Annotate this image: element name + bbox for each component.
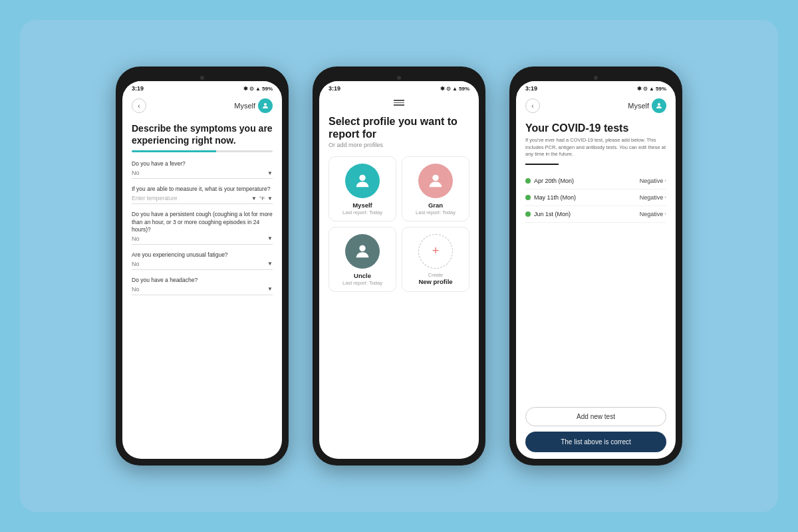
notch-symptoms bbox=[122, 73, 282, 81]
phone-symptoms: 3:19 ✱ ⊙ ▲ 59% ‹ Myself Describe th bbox=[116, 66, 289, 466]
test-date-3: Jun 1st (Mon) bbox=[534, 211, 571, 217]
camera-dot-3 bbox=[594, 76, 598, 80]
profiles-title: Select profile you want to report for bbox=[329, 115, 469, 140]
status-icons-1: ✱ ⊙ ▲ 59% bbox=[243, 86, 273, 92]
question-fever: Do you have a fever? No ▼ bbox=[132, 160, 273, 179]
dropdown-arrow-fever: ▼ bbox=[267, 170, 273, 176]
test-left-3: Jun 1st (Mon) bbox=[525, 211, 571, 217]
wifi-icon-2: ⊙ bbox=[446, 86, 451, 92]
profile-card-myself[interactable]: Myself Last report: Today bbox=[329, 156, 396, 221]
dropdown-arrow-headache: ▼ bbox=[267, 286, 273, 292]
test-item-2[interactable]: May 11th (Mon) Negative › bbox=[525, 190, 666, 206]
camera-dot-1 bbox=[200, 76, 204, 80]
test-item-1[interactable]: Apr 20th (Mon) Negative › bbox=[525, 173, 666, 190]
test-right-3: Negative › bbox=[640, 211, 666, 217]
question-cough-text: Do you have a persistent cough (coughing… bbox=[132, 211, 273, 233]
chevron-3: › bbox=[664, 211, 666, 217]
tests-divider bbox=[525, 164, 559, 165]
signal-icon-3: ▲ bbox=[649, 86, 654, 92]
myself-text-3: Myself bbox=[628, 102, 649, 110]
myself-header-3: Myself bbox=[628, 98, 666, 113]
answer-headache-row[interactable]: No ▼ bbox=[132, 286, 273, 295]
answer-fever-row[interactable]: No ▼ bbox=[132, 170, 273, 179]
green-dot-3 bbox=[525, 211, 531, 217]
symptoms-content: Describe the symptoms you are experienci… bbox=[122, 116, 282, 459]
wifi-icon-3: ⊙ bbox=[643, 86, 648, 92]
camera-dot-2 bbox=[397, 76, 401, 80]
avatar-gran bbox=[418, 164, 453, 198]
screen-profiles: 3:19 ✱ ⊙ ▲ 59% Select profile you want t… bbox=[319, 81, 479, 459]
time-3: 3:19 bbox=[525, 85, 537, 92]
symptoms-title: Describe the symptoms you are experienci… bbox=[132, 122, 273, 146]
avatar-create: + bbox=[418, 234, 453, 269]
status-bar-3: 3:19 ✱ ⊙ ▲ 59% bbox=[516, 81, 676, 94]
avatar-myself bbox=[345, 164, 380, 198]
profile-card-gran[interactable]: Gran Last report: Today bbox=[402, 156, 469, 221]
profile-sub-uncle: Last report: Today bbox=[342, 280, 382, 286]
profile-sub-myself: Last report: Today bbox=[342, 209, 382, 215]
test-right-2: Negative › bbox=[640, 194, 666, 201]
profile-sub-gran: Last report: Today bbox=[416, 209, 456, 215]
bt-icon-2: ✱ bbox=[440, 86, 445, 92]
back-button-3[interactable]: ‹ bbox=[525, 98, 540, 113]
question-headache-text: Do you have a headache? bbox=[132, 277, 273, 284]
test-result-2: Negative bbox=[640, 194, 664, 201]
question-fatigue-text: Are you experiencing unusual fatigue? bbox=[132, 251, 273, 259]
chevron-1: › bbox=[664, 178, 666, 184]
profile-grid: Myself Last report: Today Gran Last repo… bbox=[329, 156, 469, 292]
status-bar-2: 3:19 ✱ ⊙ ▲ 59% bbox=[319, 81, 479, 94]
confirm-button[interactable]: The list above is correct bbox=[525, 432, 666, 452]
hamburger-menu[interactable] bbox=[394, 100, 404, 106]
phone-profiles: 3:19 ✱ ⊙ ▲ 59% Select profile you want t… bbox=[313, 66, 485, 466]
avatar-uncle bbox=[345, 234, 380, 269]
tests-content: Your COVID-19 tests If you've ever had a… bbox=[516, 116, 676, 459]
dropdown-arrow-temp: ▼ bbox=[251, 196, 257, 201]
signal-icon-2: ▲ bbox=[452, 86, 458, 92]
tests-header: ‹ Myself bbox=[516, 94, 676, 116]
test-result-3: Negative bbox=[640, 211, 664, 217]
profiles-subtitle: Or add more profiles bbox=[329, 142, 469, 148]
back-button-1[interactable]: ‹ bbox=[132, 98, 146, 113]
phone-tests: 3:19 ✱ ⊙ ▲ 59% ‹ Myself Your COVID- bbox=[509, 66, 682, 466]
question-fatigue: Are you experiencing unusual fatigue? No… bbox=[132, 251, 273, 270]
add-test-button[interactable]: Add new test bbox=[525, 407, 666, 426]
svg-point-0 bbox=[264, 103, 267, 106]
time-2: 3:19 bbox=[329, 85, 340, 92]
question-temp-text: If you are able to measure it, what is y… bbox=[132, 186, 273, 193]
answer-fever-val: No bbox=[132, 170, 140, 176]
profile-card-create[interactable]: + Create New profile bbox=[402, 227, 469, 292]
answer-fatigue-row[interactable]: No ▼ bbox=[132, 261, 273, 270]
temp-unit: °F bbox=[259, 196, 265, 201]
profile-name-myself: Myself bbox=[352, 201, 372, 209]
time-1: 3:19 bbox=[132, 85, 144, 92]
green-dot-1 bbox=[525, 178, 531, 184]
question-headache: Do you have a headache? No ▼ bbox=[132, 277, 273, 295]
question-temp: If you are able to measure it, what is y… bbox=[132, 186, 273, 204]
answer-fatigue-val: No bbox=[132, 261, 140, 267]
wifi-icon: ⊙ bbox=[249, 86, 254, 92]
answer-cough-val: No bbox=[132, 235, 140, 242]
myself-header-1: Myself bbox=[234, 98, 273, 113]
test-item-3[interactable]: Jun 1st (Mon) Negative › bbox=[525, 206, 666, 223]
chevron-2: › bbox=[664, 194, 666, 200]
dropdown-arrow-cough: ▼ bbox=[267, 235, 273, 241]
profile-create-label: Create bbox=[428, 272, 444, 278]
answer-headache-val: No bbox=[132, 286, 140, 293]
profile-name-create: New profile bbox=[418, 278, 452, 285]
main-container: 3:19 ✱ ⊙ ▲ 59% ‹ Myself Describe th bbox=[20, 20, 778, 512]
profile-name-gran: Gran bbox=[428, 201, 443, 209]
status-icons-2: ✱ ⊙ ▲ 59% bbox=[440, 86, 469, 92]
signal-icon: ▲ bbox=[255, 86, 261, 92]
test-date-1: Apr 20th (Mon) bbox=[534, 178, 574, 184]
question-fever-text: Do you have a fever? bbox=[132, 160, 273, 168]
profile-name-uncle: Uncle bbox=[354, 272, 371, 279]
notch-profiles bbox=[319, 73, 479, 81]
dropdown-arrow-unit: ▼ bbox=[267, 196, 273, 201]
bt-icon: ✱ bbox=[243, 86, 248, 92]
test-left-1: Apr 20th (Mon) bbox=[525, 178, 574, 184]
status-bar-1: 3:19 ✱ ⊙ ▲ 59% bbox=[122, 81, 282, 94]
tests-title: Your COVID-19 tests bbox=[525, 122, 666, 134]
temp-row[interactable]: Enter temperature ▼ °F ▼ bbox=[132, 195, 273, 204]
answer-cough-row[interactable]: No ▼ bbox=[132, 235, 273, 245]
profile-card-uncle[interactable]: Uncle Last report: Today bbox=[329, 227, 396, 292]
